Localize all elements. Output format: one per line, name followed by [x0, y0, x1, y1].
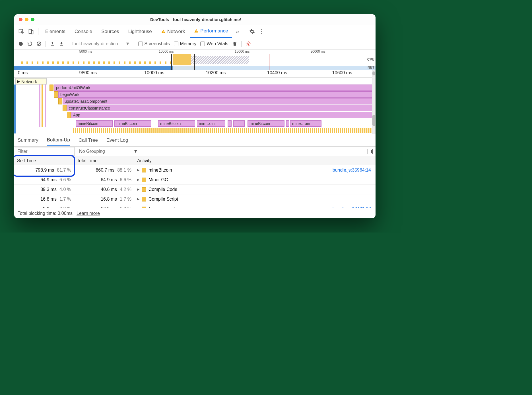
flame-mine[interactable]: mineBitcoin: [248, 120, 284, 127]
maximize-window-button[interactable]: [31, 18, 34, 21]
subtab-bottom-up[interactable]: Bottom-Up: [47, 134, 70, 146]
time-ruler[interactable]: 0 ms 9800 ms 10000 ms 10200 ms 10400 ms …: [14, 70, 376, 78]
details-tabs: Summary Bottom-Up Call Tree Event Log: [14, 134, 376, 147]
svg-rect-0: [19, 29, 23, 33]
flame-mine[interactable]: mine…oin: [290, 120, 321, 127]
table-row[interactable]: 64.9 ms6.6 %64.9 ms6.6 %▶Minor GC: [14, 175, 376, 185]
flame-mine[interactable]: min…oin: [197, 120, 225, 127]
capture-settings-icon[interactable]: [246, 41, 251, 47]
bottom-up-table: Self Time Total Time Activity 798.9 ms81…: [14, 156, 376, 208]
filter-bar: No Grouping ▼: [14, 147, 376, 156]
activity-name: Minor GC: [149, 177, 168, 182]
memory-checkbox[interactable]: Memory: [174, 41, 197, 46]
inspect-icon[interactable]: [17, 27, 26, 36]
script-icon: [142, 168, 146, 172]
flame-chart[interactable]: ▶ Network performUnitOfWork beginWork up…: [14, 78, 376, 134]
source-link[interactable]: bundle.js:18491:12: [333, 206, 371, 208]
script-icon: [142, 197, 146, 201]
chevron-down-icon: ▼: [125, 41, 130, 46]
blocking-time-label: Total blocking time: 0.00ms: [18, 211, 73, 216]
flame-mine[interactable]: mineBitcoin: [114, 120, 151, 127]
source-link[interactable]: bundle.js:35964:14: [333, 168, 371, 173]
warning-icon: [194, 29, 199, 33]
flame-row[interactable]: App: [71, 112, 372, 118]
svg-point-7: [19, 42, 23, 46]
devtools-window: DevTools - foul-heavenly-direction.glitc…: [14, 14, 376, 218]
chevron-down-icon: ▼: [133, 149, 138, 154]
record-button[interactable]: [18, 41, 23, 46]
svg-line-9: [38, 42, 41, 45]
svg-point-10: [248, 43, 249, 44]
kebab-menu-icon[interactable]: ⋮: [257, 27, 266, 36]
delete-profile-button[interactable]: [232, 41, 237, 47]
col-self-time[interactable]: Self Time: [14, 156, 74, 165]
net-label: NET: [368, 65, 374, 69]
flame-row[interactable]: constructClassInstance: [67, 105, 372, 111]
close-window-button[interactable]: [19, 18, 22, 21]
reload-record-button[interactable]: [27, 41, 32, 46]
tab-performance[interactable]: Performance: [190, 25, 232, 38]
tab-network[interactable]: Network: [157, 25, 189, 38]
tab-elements[interactable]: Elements: [41, 25, 69, 38]
clear-button[interactable]: [36, 41, 42, 46]
table-row[interactable]: 8.0 ms0.8 %17.5 ms1.8 %▶(anonymous)bundl…: [14, 204, 376, 208]
performance-toolbar: foul-heavenly-direction.... ▼ Screenshot…: [14, 38, 376, 50]
activity-name: Compile Code: [149, 187, 177, 192]
window-controls: [19, 18, 34, 21]
col-activity[interactable]: Activity: [134, 156, 376, 165]
expand-icon[interactable]: ▶: [137, 207, 139, 208]
col-total-time[interactable]: Total Time: [74, 156, 134, 165]
script-icon: [142, 178, 146, 182]
more-tabs-icon[interactable]: »: [233, 27, 242, 36]
script-icon: [142, 187, 146, 192]
learn-more-link[interactable]: Learn more: [77, 211, 100, 216]
flame-row[interactable]: performUnitOfWork: [54, 85, 372, 91]
subtab-call-tree[interactable]: Call Tree: [79, 134, 98, 146]
grouping-select[interactable]: No Grouping ▼: [79, 149, 138, 154]
flame-mine[interactable]: mineBitcoin: [76, 120, 113, 127]
activity-name: Compile Script: [149, 197, 178, 202]
activity-name: mineBitcoin: [149, 168, 172, 173]
expand-icon[interactable]: ▶: [137, 178, 139, 182]
expand-icon[interactable]: ▶: [137, 168, 139, 172]
script-icon: [142, 207, 146, 208]
overview-timeline[interactable]: 5000 ms 10000 ms 15000 ms 20000 ms CPU N…: [14, 50, 376, 70]
download-profile-button[interactable]: [59, 41, 64, 46]
panel-tabs: Elements Console Sources Lighthouse Netw…: [14, 25, 376, 38]
warning-icon: [161, 29, 166, 34]
status-bar: Total blocking time: 0.00ms Learn more: [14, 208, 376, 218]
titlebar: DevTools - foul-heavenly-direction.glitc…: [14, 14, 376, 25]
minimize-window-button[interactable]: [25, 18, 28, 21]
cpu-label: CPU: [367, 57, 374, 61]
tab-lighthouse[interactable]: Lighthouse: [124, 25, 156, 38]
flame-row[interactable]: updateClassComponent: [63, 98, 372, 104]
toggle-sidebar-icon[interactable]: [368, 149, 373, 154]
settings-icon[interactable]: [248, 27, 256, 36]
subtab-event-log[interactable]: Event Log: [106, 134, 128, 146]
svg-rect-5: [196, 30, 197, 31]
table-row[interactable]: 16.8 ms1.7 %16.8 ms1.7 %▶Compile Script: [14, 194, 376, 204]
expand-icon[interactable]: ▶: [137, 197, 139, 201]
window-title: DevTools - foul-heavenly-direction.glitc…: [34, 17, 357, 22]
webvitals-checkbox[interactable]: Web Vitals: [200, 41, 228, 46]
table-row[interactable]: 39.3 ms4.0 %40.6 ms4.2 %▶Compile Code: [14, 185, 376, 194]
flame-row[interactable]: beginWork: [58, 91, 372, 98]
filter-input[interactable]: [15, 147, 75, 156]
device-toggle-icon[interactable]: [27, 27, 35, 36]
expand-icon[interactable]: ▶: [137, 188, 139, 191]
upload-profile-button[interactable]: [50, 41, 55, 46]
flame-mine[interactable]: mineBitcoin: [158, 120, 195, 127]
screenshots-checkbox[interactable]: Screenshots: [138, 41, 170, 46]
svg-rect-3: [163, 31, 163, 32]
subtab-summary[interactable]: Summary: [18, 134, 38, 146]
tab-console[interactable]: Console: [71, 25, 96, 38]
svg-rect-6: [196, 32, 197, 32]
activity-name: (anonymous): [149, 206, 175, 208]
scrollbar-thumb[interactable]: [372, 115, 375, 126]
table-row[interactable]: 798.9 ms81.7 %860.7 ms88.1 %▶mineBitcoin…: [14, 165, 376, 175]
svg-rect-4: [163, 32, 163, 32]
tab-sources[interactable]: Sources: [97, 25, 123, 38]
profile-selector[interactable]: foul-heavenly-direction.... ▼: [72, 41, 130, 46]
